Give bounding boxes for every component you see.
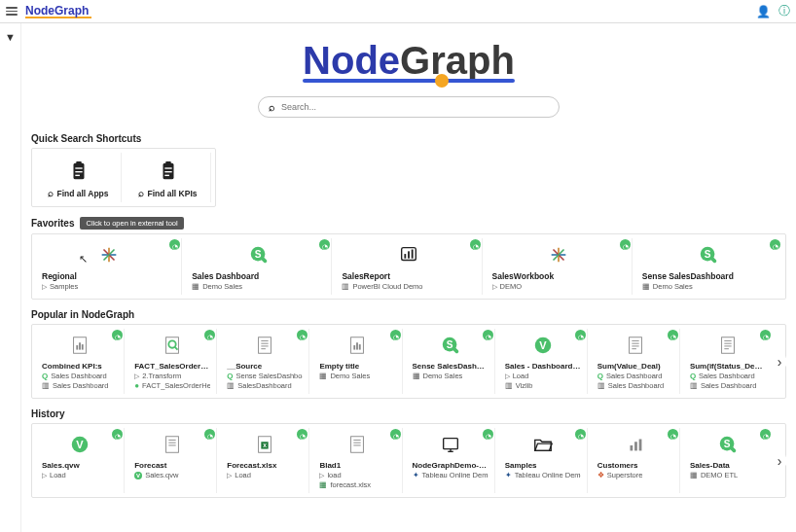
history-card[interactable]: X Forecast.xlsx Load <box>221 428 309 493</box>
history-card[interactable]: V Sales.qvw Load <box>36 428 125 493</box>
svg-rect-65 <box>351 437 364 453</box>
clipboard-icon <box>158 160 179 182</box>
status-badge-icon <box>112 330 123 340</box>
status-badge-icon <box>319 239 330 250</box>
magnifier-icon: ⌕ <box>48 188 54 198</box>
status-badge-icon <box>770 239 780 250</box>
svg-rect-27 <box>76 345 78 350</box>
card-meta: Tableau Online Demo <box>515 471 581 479</box>
history-card[interactable]: Blad1 load forecast.xlsx <box>313 428 402 493</box>
svg-rect-3 <box>75 171 82 172</box>
card-title: Sense SalesDashboard <box>413 362 488 371</box>
shortcut-find-all-kpis[interactable]: ⌕Find all KPIs <box>126 153 211 202</box>
card-meta: DEMO <box>500 282 523 291</box>
history-card[interactable]: NodeGraphDemo-dev-9528... Tableau Online… <box>407 428 495 493</box>
topbar-logo-part2: Graph <box>54 4 89 18</box>
svg-text:V: V <box>76 439 84 450</box>
svg-rect-8 <box>164 171 171 172</box>
favorites-heading: Favorites <box>31 218 74 229</box>
svg-rect-74 <box>638 440 641 451</box>
shortcut-find-all-apps[interactable]: ⌕Find all Apps <box>36 153 122 202</box>
svg-rect-6 <box>165 161 171 165</box>
xlsx-icon: X <box>227 432 303 457</box>
sense-s-icon: S <box>192 242 325 267</box>
popular-card[interactable]: Sum(if(Status_Deal='open',... Sales Dash… <box>684 329 772 394</box>
history-card[interactable]: Customers Superstore <box>592 428 680 493</box>
clipboard-icon <box>68 160 90 182</box>
status-badge-icon <box>575 429 586 440</box>
status-badge-icon <box>112 429 123 440</box>
card-title: NodeGraphDemo-dev-9528... <box>413 461 488 470</box>
menu-icon[interactable] <box>6 7 18 16</box>
card-title: Sum(if(Status_Deal='open',... <box>690 362 766 371</box>
card-title: Samples <box>505 461 581 470</box>
popular-card[interactable]: V Sales - Dashboard.qvw Load ▥Vizlib <box>499 329 588 394</box>
favorites-card[interactable]: ↖ Regional Samples <box>36 238 182 295</box>
popular-card[interactable]: FACT_SalesOrderHeader.qvd 2.Transform ●F… <box>128 329 217 394</box>
svg-text:V: V <box>539 339 547 351</box>
svg-text:S: S <box>724 439 731 449</box>
popular-card[interactable]: __Source Sense SalesDashboard ▥SalesDash… <box>221 329 309 394</box>
main-content: NodeGraph ⌕ Quick Search Shortcuts ⌕Find… <box>21 23 796 532</box>
search-input[interactable]: ⌕ <box>258 96 560 118</box>
chart-doc-icon <box>42 333 118 358</box>
card-meta: forecast.xlsx <box>330 480 371 489</box>
status-badge-icon <box>575 330 586 340</box>
user-icon[interactable]: 👤 <box>756 5 771 18</box>
svg-rect-39 <box>354 345 356 350</box>
sense-s-icon: S <box>642 242 776 267</box>
favorites-card[interactable]: S Sense SalesDashboard Demo Sales <box>636 238 781 295</box>
card-meta: FACT_SalesOrderHeader.qvd <box>142 381 210 390</box>
card-meta: Sales.qvw <box>145 471 178 479</box>
card-title: Combined KPI:s <box>42 362 118 371</box>
card-title: Customers <box>597 461 673 470</box>
card-meta: Sales Dashboard <box>701 381 757 390</box>
popular-card[interactable]: Sum(Value_Deal) Sales Dashboard ▥Sales D… <box>592 329 680 394</box>
card-meta: Load <box>513 372 529 380</box>
status-badge-icon <box>620 239 631 250</box>
favorites-card[interactable]: S Sales Dashboard Demo Sales <box>186 238 332 295</box>
popular-card[interactable]: Empty title Demo Sales <box>313 329 402 394</box>
history-card[interactable]: Samples Tableau Online Demo <box>499 428 588 493</box>
history-card[interactable]: Forecast Sales.qvw <box>128 428 217 493</box>
svg-rect-46 <box>629 337 641 354</box>
logo-part2: Graph <box>400 39 515 82</box>
card-title: Blad1 <box>319 461 395 470</box>
card-title: Sense SalesDashboard <box>642 271 776 281</box>
svg-rect-69 <box>443 439 457 449</box>
svg-text:S: S <box>446 339 452 350</box>
card-meta: PowerBI Cloud Demo <box>352 282 422 291</box>
favorites-card[interactable]: SalesReport ▥PowerBI Cloud Demo <box>336 238 482 295</box>
next-arrow-icon[interactable]: › <box>772 453 787 469</box>
logo-dot-icon <box>435 74 449 88</box>
logo-part1: Node <box>303 39 400 82</box>
svg-rect-19 <box>412 250 414 259</box>
topbar-logo[interactable]: NodeGraph <box>25 4 91 18</box>
magnifier-icon: ⌕ <box>138 188 144 198</box>
next-arrow-icon[interactable]: › <box>772 354 787 370</box>
v-icon: V <box>505 333 581 358</box>
svg-text:X: X <box>263 443 267 448</box>
page-logo: NodeGraph <box>31 39 786 83</box>
status-badge-icon <box>204 330 215 340</box>
status-badge-icon <box>470 239 481 250</box>
popular-card[interactable]: Combined KPI:s Sales Dashboard ▥Sales Da… <box>36 329 125 394</box>
svg-rect-41 <box>359 344 361 350</box>
card-title: Sales.qvw <box>42 461 118 470</box>
filter-icon[interactable]: ▼ <box>5 31 16 43</box>
status-badge-icon <box>204 429 215 440</box>
card-title: Forecast.xlsx <box>227 461 303 470</box>
card-title: SalesReport <box>342 271 475 281</box>
status-badge-icon <box>390 330 401 340</box>
info-icon[interactable]: ⓘ <box>778 3 790 19</box>
shortcuts-row: ⌕Find all Apps ⌕Find all KPIs <box>31 148 216 207</box>
favorites-card[interactable]: SalesWorkbook DEMO <box>487 238 633 295</box>
status-badge-icon <box>760 330 771 340</box>
favorites-row: ↖ Regional Samples S Sales Dashboard Dem… <box>31 233 786 300</box>
svg-rect-73 <box>634 442 637 450</box>
card-meta: Samples <box>50 282 78 291</box>
svg-rect-72 <box>630 445 633 451</box>
popular-card[interactable]: S Sense SalesDashboard Demo Sales <box>407 329 495 394</box>
history-card[interactable]: S Sales-Data DEMO ETL <box>684 428 772 493</box>
search-field[interactable] <box>281 102 549 112</box>
